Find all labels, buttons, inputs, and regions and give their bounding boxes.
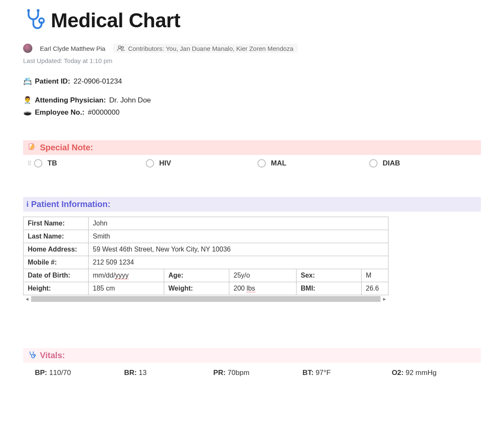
patient-info-table: First Name: John Last Name: Smith Home A… xyxy=(23,217,388,295)
contributors-list: You, Jan Duane Manalo, Kier Zoren Mendoz… xyxy=(166,45,294,52)
contributors-pill[interactable]: Contributors: You, Jan Duane Manalo, Kie… xyxy=(113,44,298,53)
mobile-value[interactable]: 212 509 1234 xyxy=(89,256,388,269)
last-name-label: Last Name: xyxy=(24,230,89,243)
circle-icon xyxy=(257,159,266,168)
option-tb[interactable]: TB xyxy=(34,159,146,168)
employee-no-label: Employee No.: xyxy=(35,108,84,117)
horizontal-scrollbar[interactable]: ◄ ► xyxy=(23,296,388,302)
address-value[interactable]: 59 West 46th Street, New York City, NY 1… xyxy=(89,243,388,256)
vitals-header: Vitals: xyxy=(23,348,481,363)
mobile-label: Mobile #: xyxy=(24,256,89,269)
first-name-label: First Name: xyxy=(24,217,89,230)
age-label: Age: xyxy=(164,269,229,282)
weight-label: Weight: xyxy=(164,282,229,295)
patient-info-header: i Patient Information: xyxy=(23,197,481,212)
vital-bt: BT: 97°F xyxy=(302,369,391,377)
height-value[interactable]: 185 cm xyxy=(89,282,164,295)
patient-id-value: 22-0906-01234 xyxy=(74,77,122,86)
svg-point-2 xyxy=(39,18,44,23)
employee-icon: 🕳️ xyxy=(23,108,32,117)
special-note-header: Special Note: xyxy=(23,140,481,155)
contributors-label: Contributors: xyxy=(128,45,164,52)
note-icon xyxy=(28,143,36,152)
option-mal[interactable]: MAL xyxy=(257,159,369,168)
drag-handle-icon[interactable]: ⠿ xyxy=(27,160,32,167)
author-name: Earl Clyde Matthew Pia xyxy=(40,45,105,52)
stethoscope-icon xyxy=(23,8,45,32)
first-name-value[interactable]: John xyxy=(89,217,388,230)
option-hiv[interactable]: HIV xyxy=(146,159,257,168)
vital-bp: BP: 110/70 xyxy=(35,369,124,377)
weight-value[interactable]: 200 lbs xyxy=(229,282,297,295)
address-label: Home Address: xyxy=(24,243,89,256)
svg-point-6 xyxy=(34,354,35,356)
physician-icon: 👨‍⚕️ xyxy=(23,96,32,105)
physician-value: Dr. John Doe xyxy=(109,96,151,105)
page-title: Medical Chart xyxy=(51,9,180,32)
vital-pr: PR: 70bpm xyxy=(213,369,302,377)
option-diab[interactable]: DIAB xyxy=(369,159,481,168)
sex-value[interactable]: M xyxy=(362,269,388,282)
svg-point-4 xyxy=(121,47,123,49)
last-name-value[interactable]: Smith xyxy=(89,230,388,243)
dob-value[interactable]: mm/dd/yyyy xyxy=(89,269,164,282)
age-value[interactable]: 25y/o xyxy=(229,269,297,282)
info-icon: i xyxy=(26,200,29,209)
bmi-label: BMI: xyxy=(297,282,362,295)
height-label: Height: xyxy=(24,282,89,295)
patient-id-icon: 📇 xyxy=(23,77,32,86)
bmi-value[interactable]: 26.6 xyxy=(362,282,388,295)
stethoscope-icon xyxy=(28,351,36,360)
author-avatar xyxy=(23,44,32,53)
circle-icon xyxy=(34,159,42,168)
svg-point-3 xyxy=(118,46,121,48)
circle-icon xyxy=(369,159,378,168)
special-note-options: ⠿ TB HIV MAL DIAB xyxy=(23,159,481,168)
scroll-right-icon[interactable]: ► xyxy=(381,296,388,301)
people-icon xyxy=(117,45,125,52)
vital-br: BR: 13 xyxy=(124,369,213,377)
svg-point-1 xyxy=(37,9,40,12)
circle-icon xyxy=(146,159,154,168)
last-updated: Last Updated: Today at 1:10 pm xyxy=(23,57,481,64)
svg-point-0 xyxy=(27,9,30,12)
patient-id-label: Patient ID: xyxy=(35,77,70,86)
employee-no-value: #0000000 xyxy=(88,108,120,117)
physician-label: Attending Physician: xyxy=(35,96,106,105)
dob-label: Date of Birth: xyxy=(24,269,89,282)
vital-o2: O2: 92 mmHg xyxy=(392,369,481,377)
vitals-row: BP: 110/70 BR: 13 PR: 70bpm BT: 97°F O2:… xyxy=(23,369,481,377)
sex-label: Sex: xyxy=(297,269,362,282)
scroll-left-icon[interactable]: ◄ xyxy=(23,296,31,301)
